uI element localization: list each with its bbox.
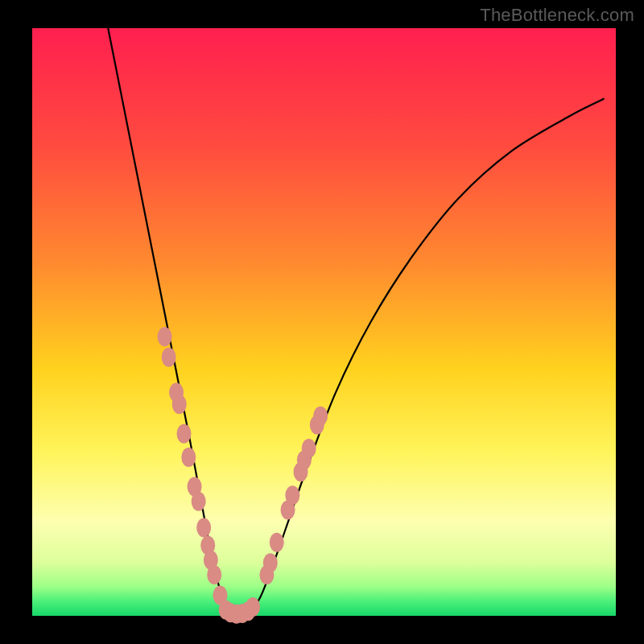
plot-background xyxy=(32,28,616,616)
bead xyxy=(313,407,328,426)
bead xyxy=(207,565,221,584)
bead xyxy=(302,439,316,458)
bead xyxy=(270,533,284,552)
chart-stage: TheBottleneck.com xyxy=(0,0,644,644)
bead xyxy=(263,553,278,572)
bead xyxy=(285,485,299,505)
bead xyxy=(246,597,260,617)
bead xyxy=(196,518,211,538)
bead xyxy=(172,394,187,414)
bead xyxy=(162,348,176,367)
bead xyxy=(158,327,172,346)
bead xyxy=(177,424,192,444)
bottleneck-chart xyxy=(0,0,644,644)
bead xyxy=(181,448,196,467)
bead xyxy=(192,492,206,511)
